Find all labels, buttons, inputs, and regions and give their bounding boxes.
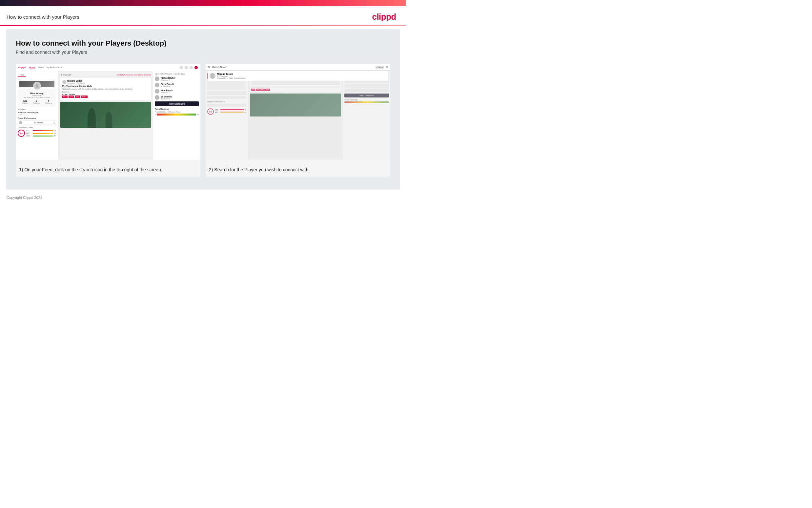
app-center-feed: Following ▾ Control who can see your act… <box>58 71 153 160</box>
activity-tags: OTT APP ARG PUTT <box>62 95 149 98</box>
player-avatar <box>19 121 22 124</box>
settings-icon-nav[interactable] <box>190 66 193 69</box>
header-divider <box>0 25 406 26</box>
caption-2: 2) Search for the Player you wish to con… <box>206 160 390 176</box>
duration-label: Duration <box>62 91 149 93</box>
golf-image <box>60 102 151 128</box>
screenshot-panel-2: Marcus Turner CLEAR ✕ Marcus Turner 1.5 … <box>206 64 390 176</box>
profile-stats: 129 Activities 3 Followers 4 Following <box>19 100 54 104</box>
player-list-item-4: Eli Vincent Activities: 1 <box>155 95 199 100</box>
player-performance-section: Player Performance Eli Vincent ▾ Total P… <box>18 117 56 137</box>
search-input-mock[interactable]: Marcus Turner <box>212 66 374 68</box>
screenshots-container: clippd Home Teams My Performance <box>16 64 390 176</box>
search-icon-nav[interactable] <box>180 66 183 69</box>
profile-icon-nav[interactable] <box>185 66 188 69</box>
mock-app-2: Marcus Turner CLEAR ✕ Marcus Turner 1.5 … <box>206 64 390 160</box>
app-nav-icons-1 <box>180 66 198 69</box>
search-result-dropdown: Marcus Turner 1.5 Handicap Cypress Point… <box>207 71 388 81</box>
app-right-panel-1: Most Active Players - Last 30 days Richa… <box>153 71 200 160</box>
search-nav: Marcus Turner CLEAR ✕ Marcus Turner 1.5 … <box>206 64 390 81</box>
nav-my-performance[interactable]: My Performance <box>47 66 62 69</box>
team-dashboard-btn[interactable]: Team Dashboard <box>155 101 199 106</box>
app-nav-items-1: Home Teams My Performance <box>30 66 62 69</box>
tag-app: APP <box>68 95 74 98</box>
score-circle: 84 <box>18 130 25 137</box>
search-result-club: Cypress Point Club, United Kingdom <box>217 77 246 79</box>
player-performance-title: Player Performance <box>18 117 56 119</box>
following-btn[interactable]: Following ▾ <box>60 73 72 76</box>
heatmap-bar <box>157 114 196 116</box>
mock-app-1: clippd Home Teams My Performance <box>16 64 200 160</box>
app-logo-small-1: clippd <box>18 66 26 69</box>
svg-point-0 <box>36 84 38 86</box>
app-sidebar-1: Feed Blair McHarg Golf Coach <box>16 71 58 160</box>
svg-point-4 <box>211 74 214 76</box>
search-icon-overlay <box>207 66 210 69</box>
svg-point-1 <box>36 86 38 88</box>
activity-desc: Walking the course with my coach to buil… <box>62 88 149 90</box>
team-heatmap-title: Team Heatmap <box>155 108 199 110</box>
profile-name: Blair McHarg <box>19 92 54 94</box>
activity-title: Pre Tournament Course Walk <box>62 85 149 87</box>
player-list-item-2: Piers Parnell Activities: 4 <box>155 83 199 87</box>
footer: Copyright Clippd 2022 <box>0 193 406 202</box>
top-bar <box>0 0 406 6</box>
following-header: Following ▾ Control who can see your act… <box>60 73 151 76</box>
tag-arg: ARG <box>75 95 80 98</box>
svg-line-3 <box>209 68 210 68</box>
copyright: Copyright Clippd 2022 <box>7 196 42 200</box>
player-select[interactable]: Eli Vincent ▾ <box>18 120 56 125</box>
search-result-name: Marcus Turner <box>217 73 246 75</box>
profile-card: Blair McHarg Golf Coach Mill Ride Golf C… <box>18 79 56 107</box>
activity-user: Richard Butler Yesterday · The Grove <box>62 80 149 84</box>
tag-putt: PUTT <box>81 95 88 98</box>
player-list-item-1: Richard Butler Activities: 7 <box>155 77 199 81</box>
activity-card: Richard Butler Yesterday · The Grove Pre… <box>60 78 151 100</box>
player-avatar-1 <box>155 77 159 81</box>
nav-teams[interactable]: Teams <box>38 66 44 69</box>
search-result-avatar <box>209 73 216 79</box>
bg-app-content: Player Performance 84 OTT79 APP70 <box>206 71 390 160</box>
player-list-item-3: Hiral Pujara Activities: 3 <box>155 89 199 93</box>
caption-1: 1) On your Feed, click on the search ico… <box>16 160 200 176</box>
header: How to connect with your Players clippd <box>0 6 406 25</box>
latest-activity: Activities Afternoon round of golf 27 Ju… <box>18 109 56 116</box>
stat-activities: 129 Activities <box>21 100 28 104</box>
clear-btn[interactable]: CLEAR <box>376 66 384 69</box>
nav-home[interactable]: Home <box>30 66 35 69</box>
page-heading: How to connect with your Players (Deskto… <box>16 39 390 48</box>
page-subheading: Find and connect with your Players <box>16 49 390 55</box>
svg-point-2 <box>208 66 209 68</box>
screenshot-panel-1: clippd Home Teams My Performance <box>16 64 200 176</box>
feed-tab[interactable]: Feed <box>18 73 26 77</box>
stat-followers: 3 Followers <box>33 100 40 104</box>
profile-club: Mill Ride Golf Club, United Kingdom <box>19 96 54 98</box>
header-title: How to connect with your Players <box>7 14 79 20</box>
tag-ott: OTT <box>62 95 67 98</box>
most-active-title: Most Active Players - Last 30 days <box>155 73 199 75</box>
player-avatar-3 <box>155 89 159 93</box>
close-icon[interactable]: ✕ <box>386 65 388 69</box>
user-avatar <box>62 80 66 84</box>
search-bar-overlay: Marcus Turner CLEAR ✕ <box>206 64 390 70</box>
svg-point-5 <box>210 77 214 79</box>
app-body-1: Feed Blair McHarg Golf Coach <box>16 71 200 160</box>
quality-score: 84 OTT 79 APP <box>18 130 56 137</box>
app-nav-1: clippd Home Teams My Performance <box>16 64 200 71</box>
stat-following: 4 Following <box>45 100 52 104</box>
player-avatar-4 <box>155 95 159 100</box>
user-icon-nav[interactable] <box>194 66 198 69</box>
main-content: How to connect with your Players (Deskto… <box>6 29 400 190</box>
player-avatar-2 <box>155 83 159 87</box>
logo: clippd <box>372 12 396 22</box>
